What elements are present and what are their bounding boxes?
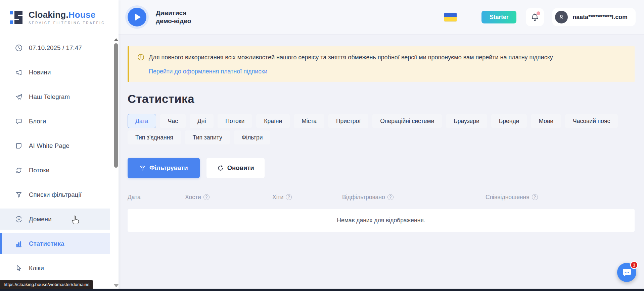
stats-table-header: Дата Хости ? Хіти ? Відфільтровано ? Спі… <box>128 189 635 205</box>
sidebar-item-label: Списки фільтрації <box>29 191 82 198</box>
help-icon[interactable]: ? <box>387 194 394 200</box>
sidebar-item-label: Наш Telegram <box>29 93 70 101</box>
notification-dot <box>537 11 540 15</box>
language-flag-ukraine[interactable] <box>444 13 457 21</box>
topbar: Дивитися демо-відео Starter n <box>119 0 644 35</box>
sidebar: Cloaking.House SERVICE FILTERING TRAFFIC… <box>0 0 119 291</box>
chat-unread-badge: 1 <box>630 261 638 269</box>
filter-chip-os[interactable]: Операційні системи <box>372 114 442 128</box>
sidebar-item-label: 07.10.2025 / 17:47 <box>29 44 82 52</box>
help-icon[interactable]: ? <box>532 194 538 200</box>
scrollbar-up-icon[interactable] <box>114 38 119 41</box>
sidebar-item-label: Потоки <box>29 167 49 174</box>
topbar-right-cluster: Starter naata**********l.com <box>444 8 636 26</box>
column-header-ratio: Співвідношення ? <box>486 194 635 201</box>
filter-funnel-icon <box>139 165 146 171</box>
filter-chip-brands[interactable]: Бренди <box>491 114 527 128</box>
filter-chip-connection-type[interactable]: Тип з'єднання <box>128 130 181 144</box>
play-button[interactable] <box>128 8 146 26</box>
sidebar-item-flows[interactable]: Потоки <box>0 160 110 181</box>
megaphone-icon <box>15 68 22 76</box>
filter-chip-filters[interactable]: Фільтри <box>234 130 271 144</box>
filter-chip-time[interactable]: Час <box>160 114 186 128</box>
filter-chip-request-type[interactable]: Тип запиту <box>185 130 230 144</box>
flows-icon <box>15 166 22 174</box>
trial-warning-banner: Для повного використання всіх можливосте… <box>128 46 635 82</box>
empty-state-message: Немає даних для відображення. <box>337 217 425 224</box>
sidebar-nav: 07.10.2025 / 17:47 Новини Наш Telegram Б… <box>0 35 119 279</box>
sidebar-item-ai-white-page[interactable]: AI White Page <box>0 135 110 156</box>
sidebar-item-telegram[interactable]: Наш Telegram <box>0 86 110 107</box>
chat-bubble-icon <box>15 117 22 125</box>
upgrade-subscription-link[interactable]: Перейти до оформлення платної підписки <box>149 68 267 75</box>
sidebar-item-label: Кліки <box>29 265 44 272</box>
refresh-button[interactable]: Оновити <box>206 158 265 178</box>
chat-smile-icon <box>622 268 632 277</box>
filter-chip-flows[interactable]: Потоки <box>218 114 252 128</box>
column-header-hosts: Хости ? <box>185 194 272 201</box>
brand-name: Cloaking.House <box>29 10 105 20</box>
brand-logo-icon <box>9 10 24 25</box>
sidebar-item-label: AI White Page <box>29 142 70 150</box>
chat-widget-button[interactable]: 1 <box>617 263 636 282</box>
demo-video-block[interactable]: Дивитися демо-відео <box>128 8 201 26</box>
sidebar-item-filter-lists[interactable]: Списки фільтрації <box>0 184 110 205</box>
notifications-button[interactable] <box>526 8 544 26</box>
filter-chip-days[interactable]: Дні <box>190 114 214 128</box>
sidebar-item-domains[interactable]: w Домени <box>0 209 110 230</box>
scrollbar-down-icon[interactable] <box>114 284 119 287</box>
filter-chip-countries[interactable]: Країни <box>256 114 290 128</box>
bar-chart-icon <box>15 240 22 247</box>
column-header-date: Дата <box>128 194 185 201</box>
refresh-icon <box>217 165 224 171</box>
sidebar-item-label: Новини <box>29 69 51 76</box>
cursor-icon <box>15 264 22 272</box>
sidebar-item-label: Блоги <box>29 118 46 125</box>
bottom-window-edge <box>0 289 644 291</box>
help-icon[interactable]: ? <box>203 194 210 200</box>
brand-logo[interactable]: Cloaking.House SERVICE FILTERING TRAFFIC <box>0 0 119 35</box>
domain-icon: w <box>15 215 22 223</box>
mouse-hand-cursor-icon <box>71 215 80 226</box>
sidebar-item-label: Статистика <box>29 240 64 247</box>
filter-chip-devices[interactable]: Пристрої <box>328 114 368 128</box>
action-buttons: Фільтрувати Оновити <box>128 158 635 178</box>
sidebar-item-blogs[interactable]: Блоги <box>0 111 110 132</box>
sidebar-item-label: Домени <box>29 216 52 223</box>
clock-icon <box>15 44 22 52</box>
sidebar-item-clicks[interactable]: Кліки <box>0 257 110 279</box>
funnel-icon <box>15 191 22 198</box>
sidebar-item-datetime: 07.10.2025 / 17:47 <box>0 37 110 58</box>
filter-button[interactable]: Фільтрувати <box>128 158 200 178</box>
page-icon <box>15 142 22 150</box>
browser-status-url: https://cloaking.house/webmaster/domains <box>0 280 93 289</box>
filter-chip-group: Дата Час Дні Потоки Країни Міста Пристро… <box>128 114 635 144</box>
empty-state-card: Немає даних для відображення. <box>128 209 635 232</box>
sidebar-item-news[interactable]: Новини <box>0 62 110 83</box>
banner-text: Для повного використання всіх можливосте… <box>149 53 554 61</box>
warning-icon <box>137 54 144 62</box>
filter-chip-date[interactable]: Дата <box>128 114 156 128</box>
demo-video-label[interactable]: Дивитися демо-відео <box>156 9 201 25</box>
person-icon <box>558 13 565 21</box>
scrollbar-thumb[interactable] <box>114 43 118 168</box>
telegram-icon <box>15 93 22 101</box>
column-header-hits: Хіти ? <box>272 194 342 201</box>
play-icon <box>135 14 141 20</box>
filter-chip-timezone[interactable]: Часовий пояс <box>565 114 618 128</box>
app-root: Cloaking.House SERVICE FILTERING TRAFFIC… <box>0 0 644 291</box>
page-title: Статистика <box>128 92 635 106</box>
brand-tagline: SERVICE FILTERING TRAFFIC <box>29 21 105 25</box>
help-icon[interactable]: ? <box>286 194 292 200</box>
filter-chip-cities[interactable]: Міста <box>294 114 324 128</box>
plan-starter-button[interactable]: Starter <box>481 11 516 23</box>
column-header-filtered: Відфільтровано ? <box>342 194 486 201</box>
sidebar-item-statistics[interactable]: Статистика <box>0 233 110 254</box>
avatar <box>555 11 568 23</box>
svg-text:w: w <box>17 218 20 221</box>
filter-chip-languages[interactable]: Мови <box>531 114 561 128</box>
user-account-button[interactable]: naata**********l.com <box>552 8 636 26</box>
main-content: Для повного використання всіх можливосте… <box>119 35 644 291</box>
filter-chip-browsers[interactable]: Браузери <box>446 114 487 128</box>
user-email: naata**********l.com <box>572 14 628 21</box>
